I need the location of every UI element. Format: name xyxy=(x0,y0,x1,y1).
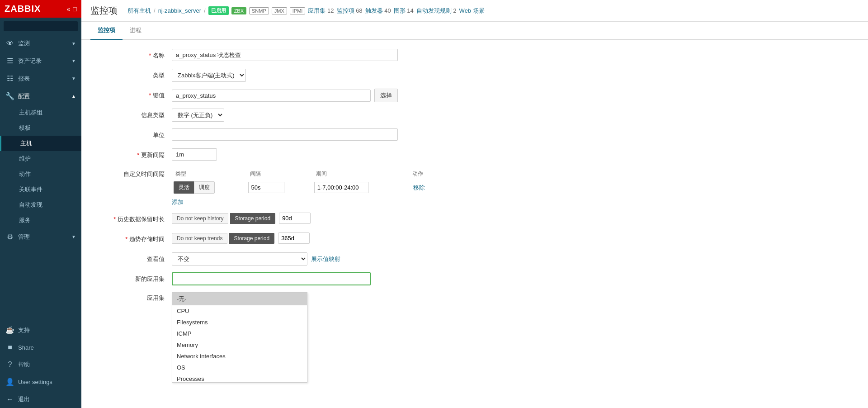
col-period: 期间 xyxy=(312,168,409,180)
row-custom-interval: 自定义时间间隔 类型 间隔 期间 动作 xyxy=(99,168,850,206)
trend-no-keep-btn[interactable]: Do not keep trends xyxy=(172,233,227,244)
breadcrumb-all-hosts[interactable]: 所有主机 xyxy=(127,7,151,15)
app-option-none[interactable]: -无- xyxy=(172,293,307,305)
history-control: Do not keep history Storage period xyxy=(172,213,398,224)
period-value-input[interactable] xyxy=(314,182,368,193)
breadcrumb-sep1: / xyxy=(154,7,156,14)
interval-value-cell xyxy=(246,180,312,195)
sidebar-item-action[interactable]: 动作 xyxy=(0,166,81,182)
key-control: 选择 xyxy=(172,89,398,102)
sidebar-item-correlation[interactable]: 关联事件 xyxy=(0,182,81,197)
app-option-memory[interactable]: Memory xyxy=(172,339,307,351)
interval-type-group: 灵活 调度 xyxy=(174,181,245,194)
sidebar-item-support[interactable]: ☕ 支持 xyxy=(0,321,81,339)
value-label: 查看值 xyxy=(99,252,172,263)
app-option-filesystems[interactable]: Filesystems xyxy=(172,317,307,328)
sidebar: ZABBIX « □ 👁 监测 ▼ ☰ 资产记录 ▼ ☷ 报表 ▼ 🔧 xyxy=(0,0,81,408)
interval-value-input[interactable] xyxy=(248,182,284,193)
tab-process[interactable]: 进程 xyxy=(123,22,149,40)
main-content: 监控项 所有主机 / nj-zabbix_server / 已启用 ZBX SN… xyxy=(81,0,868,408)
key-input[interactable] xyxy=(172,90,371,102)
sidebar-item-maintenance[interactable]: 维护 xyxy=(0,151,81,166)
sidebar-item-service[interactable]: 服务 xyxy=(0,213,81,228)
logo-icons: « □ xyxy=(67,5,77,13)
infotype-select[interactable]: 数字 (无正负) 数字 (浮点数) 字符 日志 文本 xyxy=(172,109,224,122)
trend-value-input[interactable] xyxy=(278,232,310,244)
history-storage-period-btn[interactable]: Storage period xyxy=(230,213,275,224)
sidebar-item-report[interactable]: ☷ 报表 ▼ xyxy=(0,70,81,87)
type-label: 类型 xyxy=(99,69,172,80)
key-label: 键值 xyxy=(99,89,172,100)
search-input[interactable] xyxy=(4,21,78,31)
report-icon: ☷ xyxy=(5,74,14,83)
name-control xyxy=(172,49,398,61)
logout-icon: ← xyxy=(5,395,14,403)
sidebar-logout-label: 退出 xyxy=(18,395,30,403)
nav-graph-count: 图形 14 xyxy=(394,7,414,15)
app-option-icmp[interactable]: ICMP xyxy=(172,328,307,339)
update-interval-input[interactable] xyxy=(172,148,217,161)
sidebar-item-template[interactable]: 模板 xyxy=(0,120,81,136)
key-select-button[interactable]: 选择 xyxy=(374,89,398,102)
app-option-network[interactable]: Network interfaces xyxy=(172,351,307,362)
nav-web-count: Web 场景 xyxy=(459,7,485,15)
nav-app-count: 应用集 12 xyxy=(308,7,334,15)
expand-icon[interactable]: □ xyxy=(73,5,77,13)
app-label: 应用集 xyxy=(99,292,172,302)
interval-action-cell: 移除 xyxy=(409,180,443,195)
sidebar-item-help[interactable]: ? 帮助 xyxy=(0,356,81,373)
history-storage-row: Do not keep history Storage period xyxy=(172,213,398,224)
unit-control xyxy=(172,128,398,141)
help-icon: ? xyxy=(5,361,14,369)
config-arrow: ▲ xyxy=(71,94,76,99)
row-history: 历史数据保留时长 Do not keep history Storage per… xyxy=(99,213,850,226)
sidebar-item-usersettings[interactable]: 👤 User settings xyxy=(0,373,81,391)
row-key: 键值 选择 xyxy=(99,89,850,102)
type-select[interactable]: Zabbix客户端(主动式) Zabbix客户端 SNMP v1 SNMP v2 xyxy=(172,69,246,82)
sidebar-item-share[interactable]: ■ Share xyxy=(0,339,81,356)
sidebar-section-config: 🔧 配置 ▲ 主机群组 模板 主机 维护 动作 关联事件 自动发现 服务 xyxy=(0,87,81,228)
value-select[interactable]: 不变 xyxy=(172,252,307,266)
value-mapping-link[interactable]: 展示值映射 xyxy=(311,255,340,263)
history-no-keep-btn[interactable]: Do not keep history xyxy=(172,213,228,224)
support-icon: ☕ xyxy=(5,326,14,334)
sidebar-logo: ZABBIX « □ xyxy=(0,0,81,18)
history-value-input[interactable] xyxy=(279,213,311,224)
btn-flexible[interactable]: 灵活 xyxy=(174,181,194,194)
sidebar-item-host[interactable]: 主机 xyxy=(0,136,81,151)
sidebar-item-monitor[interactable]: 👁 监测 ▼ xyxy=(0,35,81,52)
sidebar-item-monitor-label: 监测 xyxy=(18,39,30,47)
breadcrumb-host[interactable]: nj-zabbix_server xyxy=(158,7,201,14)
sidebar-item-hostgroup[interactable]: 主机群组 xyxy=(0,105,81,120)
sidebar-item-logout[interactable]: ← 退出 xyxy=(0,391,81,408)
sidebar-item-discovery[interactable]: 自动发现 xyxy=(0,197,81,213)
col-action: 动作 xyxy=(409,168,443,180)
sidebar-item-assets[interactable]: ☰ 资产记录 ▼ xyxy=(0,52,81,70)
new-app-label: 新的应用集 xyxy=(99,272,172,283)
sidebar-search-box xyxy=(0,18,81,35)
user-icon: 👤 xyxy=(5,378,14,386)
trend-storage-period-btn[interactable]: Storage period xyxy=(229,233,274,244)
sidebar-section-admin: ⚙ 管理 ▼ xyxy=(0,228,81,246)
row-unit: 单位 xyxy=(99,128,850,142)
row-name: 名称 xyxy=(99,49,850,62)
col-type: 类型 xyxy=(172,168,246,180)
status-enabled-badge: 已启用 xyxy=(208,6,229,15)
collapse-icon[interactable]: « xyxy=(67,5,71,13)
app-option-processes[interactable]: Processes xyxy=(172,373,307,383)
sidebar-item-config[interactable]: 🔧 配置 ▲ xyxy=(0,87,81,105)
app-option-os[interactable]: OS xyxy=(172,362,307,373)
unit-label: 单位 xyxy=(99,128,172,139)
btn-scheduling[interactable]: 调度 xyxy=(194,181,215,194)
custom-interval-label: 自定义时间间隔 xyxy=(99,168,172,178)
trend-control: Do not keep trends Storage period xyxy=(172,232,398,244)
remove-link[interactable]: 移除 xyxy=(410,182,428,193)
name-input[interactable] xyxy=(172,49,398,61)
unit-input[interactable] xyxy=(172,128,398,141)
tab-monitor-item[interactable]: 监控项 xyxy=(90,22,123,40)
sidebar-section-assets: ☰ 资产记录 ▼ xyxy=(0,52,81,70)
sidebar-item-admin[interactable]: ⚙ 管理 ▼ xyxy=(0,228,81,246)
app-option-cpu[interactable]: CPU xyxy=(172,305,307,317)
add-interval-link[interactable]: 添加 xyxy=(172,199,184,205)
new-app-input[interactable] xyxy=(172,272,371,285)
